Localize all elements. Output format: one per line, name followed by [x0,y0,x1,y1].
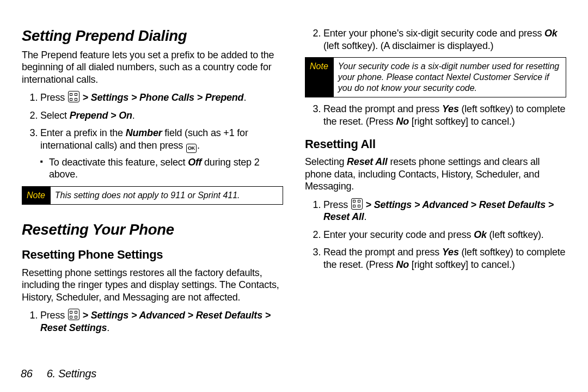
page: Setting Prepend Dialing The Prepend feat… [0,0,588,392]
prepend-steps: Press > Settings > Phone Calls > Prepend… [22,91,283,181]
reset-settings-steps-cont2: Read the prompt and press Yes (left soft… [305,103,566,127]
step-3: Read the prompt and press Yes (left soft… [323,246,566,271]
nav-path: Prepend > On [70,110,132,121]
heading-resetting: Resetting Your Phone [22,221,283,238]
substep-list: To deactivate this feature, select Off d… [40,156,283,181]
reset-settings-steps-cont: Enter your phone's six-digit security co… [305,27,566,52]
step-1: Press > Settings > Advanced > Reset Defa… [40,309,283,334]
prepend-intro: The Prepend feature lets you set a prefi… [22,49,283,86]
ok-key-icon: OK [186,144,197,153]
step-2: Select Prepend > On. [40,109,283,122]
note-body: This setting does not apply to 911 or Sp… [51,187,283,204]
subheading-reset-all: Resetting All [305,137,566,151]
step-1: Press > Settings > Advanced > Reset Defa… [323,198,566,223]
note-tag: Note [22,187,51,204]
reset-settings-intro: Resetting phone settings restores all th… [22,267,283,304]
reset-all-steps: Press > Settings > Advanced > Reset Defa… [305,198,566,271]
page-footer: 866. Settings [21,367,96,380]
reset-settings-steps: Press > Settings > Advanced > Reset Defa… [22,309,283,334]
step-3: Read the prompt and press Yes (left soft… [323,103,566,127]
subheading-reset-settings: Resetting Phone Settings [22,248,283,262]
step-2: Enter your phone's six-digit security co… [323,27,566,52]
menu-key-icon [351,198,363,210]
note-box: Note Your security code is a six-digit n… [305,57,566,97]
note-box: Note This setting does not apply to 911 … [22,186,283,205]
menu-key-icon [68,309,79,320]
nav-path: > Settings > Phone Calls > Prepend [80,92,244,103]
step-1: Press > Settings > Phone Calls > Prepend… [40,91,283,104]
menu-key-icon [68,91,79,102]
page-number: 86 [21,367,33,379]
chapter-label: 6. Settings [47,367,96,379]
reset-all-intro: Selecting Reset All resets phone setting… [305,156,566,193]
step-3: Enter a prefix in the Number field (such… [40,127,283,181]
substep: To deactivate this feature, select Off d… [40,156,283,181]
heading-prepend: Setting Prepend Dialing [22,27,283,45]
note-tag: Note [305,58,334,97]
note-body: Your security code is a six-digit number… [334,58,566,97]
step-2: Enter your security code and press Ok (l… [323,229,566,241]
